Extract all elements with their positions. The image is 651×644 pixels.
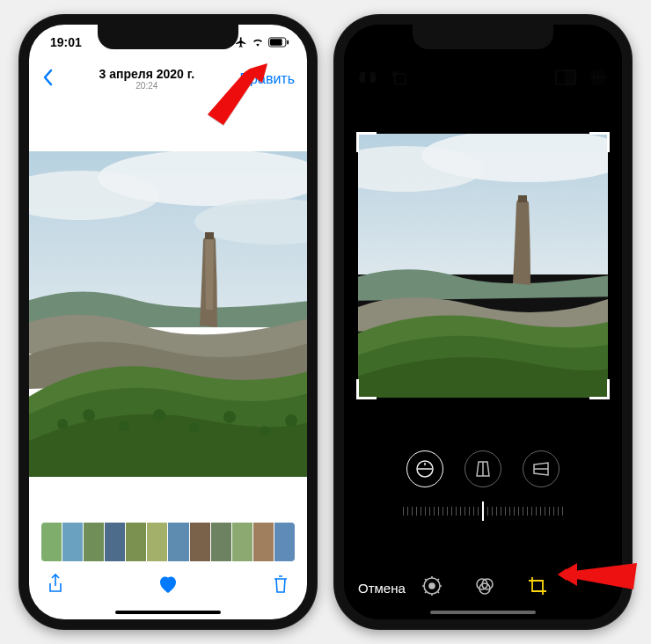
- perspective-horizontal-button[interactable]: [523, 450, 560, 487]
- perspective-vertical-icon: [474, 460, 492, 478]
- svg-point-11: [153, 409, 165, 421]
- delete-button[interactable]: [272, 574, 289, 598]
- thumbnail[interactable]: [105, 523, 125, 561]
- crop-handle-tr[interactable]: [589, 132, 610, 152]
- aspect-ratio-button[interactable]: [555, 70, 576, 89]
- svg-point-9: [83, 409, 95, 421]
- thumbnail[interactable]: [147, 523, 167, 561]
- svg-point-14: [260, 426, 270, 436]
- svg-point-10: [119, 421, 129, 431]
- svg-point-13: [223, 411, 236, 423]
- cancel-button[interactable]: Отмена: [358, 581, 406, 596]
- crop-icon: [527, 575, 548, 596]
- edit-tool-tabs: [406, 575, 564, 600]
- annotation-arrow-crop: [556, 544, 644, 605]
- battery-icon: [268, 37, 289, 48]
- filters-icon: [474, 575, 495, 596]
- thumbnail[interactable]: [62, 523, 83, 561]
- share-button[interactable]: [47, 574, 64, 598]
- chevron-left-icon: [41, 69, 54, 86]
- straighten-icon: [415, 459, 435, 479]
- svg-point-29: [429, 583, 435, 589]
- perspective-vertical-button[interactable]: [464, 450, 501, 487]
- ellipsis-icon: [589, 68, 608, 87]
- annotation-arrow-edit: [190, 62, 278, 141]
- perspective-horizontal-icon: [532, 460, 550, 478]
- notch: [413, 25, 553, 49]
- nav-title: 3 апреля 2020 г. 20:24: [99, 67, 195, 92]
- adjust-mode-row: [344, 450, 622, 487]
- thumbnail[interactable]: [190, 523, 210, 561]
- svg-point-20: [593, 77, 596, 79]
- thumbnail-strip[interactable]: [41, 523, 295, 561]
- crop-canvas[interactable]: [358, 134, 608, 398]
- thumbnail[interactable]: [168, 523, 188, 561]
- thumbnail[interactable]: [232, 523, 252, 561]
- slider-ticks: [403, 501, 563, 521]
- notch: [98, 25, 238, 49]
- more-button[interactable]: [589, 68, 608, 91]
- wifi-icon: [251, 36, 265, 48]
- svg-point-12: [189, 422, 200, 433]
- rotation-slider[interactable]: [370, 498, 596, 524]
- flip-button[interactable]: [358, 69, 377, 90]
- share-icon: [47, 574, 64, 595]
- thumbnail[interactable]: [84, 523, 104, 561]
- svg-rect-2: [287, 40, 289, 45]
- svg-point-15: [285, 414, 297, 427]
- flip-horizontal-icon: [358, 69, 377, 86]
- adjust-icon: [421, 575, 443, 596]
- svg-point-21: [597, 77, 600, 79]
- filters-tab[interactable]: [474, 575, 495, 600]
- svg-rect-7: [205, 232, 214, 239]
- heart-icon: [157, 574, 179, 594]
- thumbnail[interactable]: [41, 523, 62, 561]
- photo-preview[interactable]: [29, 151, 307, 477]
- svg-rect-1: [270, 39, 282, 45]
- home-indicator[interactable]: [430, 611, 536, 614]
- crop-handle-tl[interactable]: [356, 132, 377, 152]
- straighten-button[interactable]: [406, 450, 443, 487]
- rotate-icon: [390, 68, 409, 87]
- phone-mockup-edit: Отмена: [333, 14, 633, 630]
- thumbnail[interactable]: [126, 523, 146, 561]
- svg-rect-16: [395, 74, 406, 84]
- status-time: 19:01: [50, 35, 82, 49]
- home-indicator[interactable]: [115, 611, 221, 614]
- trash-icon: [272, 574, 289, 595]
- crop-handle-bl[interactable]: [356, 379, 377, 399]
- thumbnail[interactable]: [253, 523, 274, 561]
- photos-edit-screen: Отмена: [344, 25, 622, 619]
- adjust-tab[interactable]: [421, 575, 443, 600]
- aspect-ratio-icon: [555, 70, 576, 85]
- svg-rect-18: [566, 70, 575, 84]
- photo-content: [29, 151, 307, 477]
- thumbnail[interactable]: [274, 523, 295, 561]
- svg-point-22: [601, 77, 603, 79]
- edit-top-bar: [344, 60, 622, 99]
- crop-handle-br[interactable]: [589, 379, 610, 399]
- crop-tab[interactable]: [527, 575, 548, 600]
- photo-date: 3 апреля 2020 г.: [99, 67, 195, 82]
- svg-point-8: [57, 419, 68, 429]
- thumbnail[interactable]: [211, 523, 231, 561]
- crop-frame[interactable]: [358, 134, 608, 398]
- status-indicators: [235, 36, 289, 48]
- favorite-button[interactable]: [157, 574, 179, 597]
- photo-time: 20:24: [99, 81, 195, 91]
- slider-center-tick: [482, 501, 484, 521]
- svg-marker-33: [558, 563, 577, 586]
- rotate-button[interactable]: [390, 68, 409, 91]
- back-button[interactable]: [41, 69, 54, 90]
